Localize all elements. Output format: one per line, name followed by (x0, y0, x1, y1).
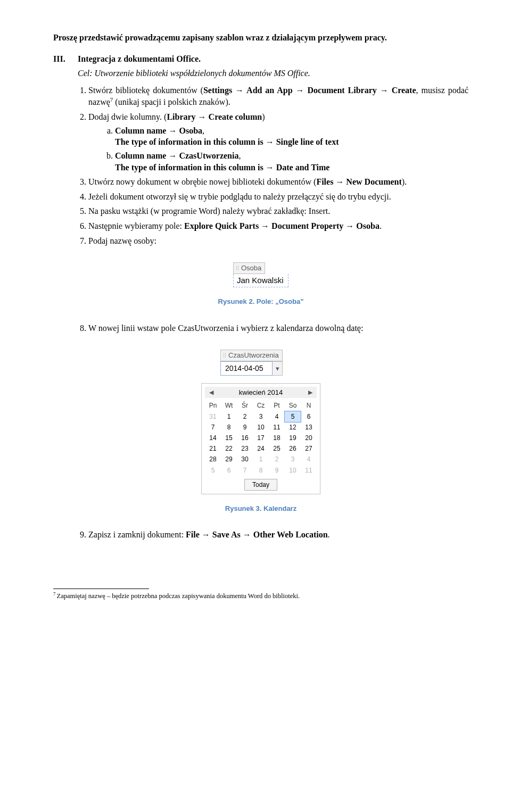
text: Zapisz i zamknij dokument: (88, 530, 186, 539)
section-title: Integracja z dokumentami Office. (78, 53, 201, 65)
calendar-day[interactable]: 10 (285, 465, 301, 476)
step-8: W nowej linii wstaw pole CzasUtworzenia … (88, 322, 468, 334)
text: ) (262, 112, 265, 121)
text: ). (402, 177, 407, 186)
substep-a: Column name → Osoba, The type of informa… (115, 125, 468, 148)
calendar-day[interactable]: 17 (253, 433, 269, 443)
step-1: Stwórz bibliotekę dokumentów (Settings →… (88, 85, 468, 109)
dropdown-button[interactable]: ▾ (273, 361, 283, 376)
calendar-day[interactable]: 11 (301, 465, 317, 476)
calendar-day[interactable]: 29 (221, 454, 237, 465)
roman-numeral: III. (53, 53, 78, 65)
calendar-day[interactable]: 21 (205, 443, 221, 454)
calendar-day[interactable]: 19 (285, 433, 301, 443)
field-tag-label: Osoba (241, 263, 261, 273)
calendar-day[interactable]: 2 (237, 411, 253, 422)
step-7: Podaj nazwę osoby: (88, 235, 468, 247)
text-bold: Settings → Add an App → Document Library… (203, 86, 416, 95)
calendar-day[interactable]: 4 (269, 411, 285, 422)
calendar-day[interactable]: 7 (205, 422, 221, 433)
calendar-day[interactable]: 7 (237, 465, 253, 476)
text: Dodaj dwie kolumny. ( (88, 112, 167, 121)
text: . (328, 530, 330, 539)
field-value-czas[interactable]: 2014-04-05 (220, 361, 273, 376)
calendar-day[interactable]: 4 (301, 454, 317, 465)
text: Utwórz nowy dokument w obrębie nowej bib… (88, 177, 316, 186)
section-heading: III. Integracja z dokumentami Office. (53, 53, 468, 65)
calendar-day[interactable]: 23 (237, 443, 253, 454)
intro-paragraph: Proszę przedstawić prowadzącemu zapisany… (53, 32, 468, 44)
calendar-day[interactable]: 27 (301, 443, 317, 454)
calendar-day[interactable]: 15 (221, 433, 237, 443)
step-6: Następnie wybieramy pole: Explore Quick … (88, 220, 468, 232)
today-button[interactable]: Today (244, 479, 277, 491)
calendar-day[interactable]: 22 (221, 443, 237, 454)
field-tag-label: CzasUtworzenia (228, 351, 279, 360)
text-bold: Column name → Osoba (115, 126, 202, 135)
calendar-day[interactable]: 24 (253, 443, 269, 454)
calendar-day[interactable]: 3 (285, 454, 301, 465)
calendar-day[interactable]: 31 (205, 411, 221, 422)
dow: N (301, 400, 317, 411)
calendar-day[interactable]: 2 (269, 454, 285, 465)
calendar-day[interactable]: 6 (301, 411, 317, 422)
calendar-day[interactable]: 8 (221, 422, 237, 433)
calendar-day[interactable]: 8 (253, 465, 269, 476)
dow: Wt (221, 400, 237, 411)
calendar-day[interactable]: 3 (253, 411, 269, 422)
grip-icon (236, 266, 239, 271)
calendar-day[interactable]: 5 (205, 465, 221, 476)
calendar-day[interactable]: 6 (221, 465, 237, 476)
calendar-popup: ◀ kwiecień 2014 ▶ Pn Wt Śr Cz Pt So N (201, 383, 320, 494)
dow: Śr (237, 400, 253, 411)
section-goal: Cel: Utworzenie biblioteki współdzielony… (78, 68, 468, 79)
step-4: Jeżeli dokument otworzył się w trybie po… (88, 191, 468, 203)
text-bold: Library → Create column (167, 112, 262, 121)
step-2: Dodaj dwie kolumny. (Library → Create co… (88, 111, 468, 173)
text-bold: Explore Quick Parts → Document Property … (184, 221, 380, 230)
dow: Pt (269, 400, 285, 411)
figure-caption: Rysunek 3. Kalendarz (53, 504, 468, 513)
grip-icon (223, 353, 226, 358)
calendar-day[interactable]: 10 (253, 422, 269, 433)
calendar-day[interactable]: 20 (301, 433, 317, 443)
figure-caption: Rysunek 2. Pole: „Osoba" (53, 297, 468, 306)
calendar-day[interactable]: 30 (237, 454, 253, 465)
substeps: Column name → Osoba, The type of informa… (104, 125, 468, 173)
dow: So (285, 400, 301, 411)
text: . (380, 221, 382, 230)
substep-b: Column name → CzasUtworzenia, The type o… (115, 150, 468, 173)
prev-month-button[interactable]: ◀ (207, 388, 216, 396)
text: Następnie wybieramy pole: (88, 221, 184, 230)
calendar-day[interactable]: 25 (269, 443, 285, 454)
calendar-day[interactable]: 16 (237, 433, 253, 443)
text-bold: Column name → CzasUtworzenia (115, 151, 238, 160)
calendar-day[interactable]: 11 (269, 422, 285, 433)
calendar-day[interactable]: 13 (301, 422, 317, 433)
calendar-grid: Pn Wt Śr Cz Pt So N 31 1 2 3 (205, 400, 317, 475)
text-bold: The type of information in this column i… (115, 137, 339, 146)
calendar-month-label: kwiecień 2014 (239, 388, 283, 397)
calendar-day[interactable]: 28 (205, 454, 221, 465)
next-month-button[interactable]: ▶ (306, 388, 315, 396)
steps-list-cont2: Zapisz i zamknij dokument: File → Save A… (78, 529, 468, 541)
steps-list-cont: W nowej linii wstaw pole CzasUtworzenia … (78, 322, 468, 334)
calendar-day[interactable]: 9 (237, 422, 253, 433)
figure-osoba: Osoba Jan Kowalski Rysunek 2. Pole: „Oso… (53, 262, 468, 306)
calendar-day[interactable]: 18 (269, 433, 285, 443)
dow: Cz (253, 400, 269, 411)
field-tag-osoba: Osoba (233, 262, 265, 274)
step-5: Na pasku wstążki (w programie Word) nale… (88, 205, 468, 217)
calendar-day[interactable]: 26 (285, 443, 301, 454)
text: Stwórz bibliotekę dokumentów ( (88, 86, 203, 95)
footnote: 7Zapamiętaj nazwę – będzie potrzebna pod… (53, 591, 468, 600)
calendar-day[interactable]: 9 (269, 465, 285, 476)
calendar-day[interactable]: 14 (205, 433, 221, 443)
field-value-osoba[interactable]: Jan Kowalski (233, 274, 289, 287)
calendar-day[interactable]: 1 (221, 411, 237, 422)
chevron-down-icon: ▾ (276, 364, 279, 374)
calendar-day[interactable]: 1 (253, 454, 269, 465)
text-bold: File → Save As → Other Web Location (186, 530, 328, 539)
calendar-day[interactable]: 12 (285, 422, 301, 433)
calendar-day-selected[interactable]: 5 (285, 411, 301, 422)
